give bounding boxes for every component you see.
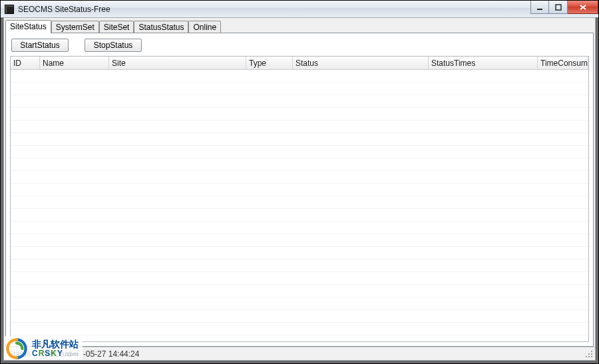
resize-grip[interactable] bbox=[584, 349, 594, 359]
app-icon bbox=[5, 5, 14, 14]
tabstrip: SiteStatus SystemSet SiteSet StatusStatu… bbox=[4, 19, 595, 33]
resize-grip-icon bbox=[584, 349, 594, 359]
col-status-times[interactable]: StatusTimes bbox=[429, 57, 538, 69]
tab-online[interactable]: Online bbox=[188, 21, 221, 33]
maximize-icon bbox=[555, 4, 562, 11]
statusbar: Status NetCard -05-27 14:44:24 bbox=[4, 347, 595, 360]
status-grid[interactable]: ID Name Site Type Status StatusTimes Tim… bbox=[10, 56, 589, 342]
button-label: StopStatus bbox=[94, 41, 133, 50]
svg-rect-5 bbox=[588, 356, 590, 357]
window-controls bbox=[530, 1, 598, 14]
col-site[interactable]: Site bbox=[109, 57, 246, 69]
svg-rect-4 bbox=[591, 356, 592, 357]
maximize-button[interactable] bbox=[549, 1, 568, 14]
tab-statusstatus[interactable]: StatusStatus bbox=[134, 21, 188, 33]
svg-rect-8 bbox=[588, 353, 590, 355]
grid-empty-rows bbox=[11, 70, 588, 341]
close-icon bbox=[579, 4, 587, 11]
statusbar-separator bbox=[77, 349, 78, 359]
tab-label: SystemSet bbox=[56, 23, 95, 32]
grid-body[interactable] bbox=[11, 70, 588, 341]
svg-rect-0 bbox=[537, 9, 542, 10]
tab-siteset[interactable]: SiteSet bbox=[99, 21, 134, 33]
svg-rect-1 bbox=[556, 5, 561, 10]
tab-sitestatus[interactable]: SiteStatus bbox=[5, 20, 51, 33]
toolbar: StartStatus StopStatus bbox=[10, 37, 589, 56]
minimize-button[interactable] bbox=[530, 1, 549, 14]
minimize-icon bbox=[536, 4, 543, 11]
svg-rect-7 bbox=[586, 356, 587, 357]
statusbar-netcard-label: NetCard bbox=[42, 349, 72, 359]
col-status[interactable]: Status bbox=[293, 57, 429, 69]
grid-header: ID Name Site Type Status StatusTimes Tim… bbox=[11, 57, 588, 70]
tab-label: Online bbox=[193, 23, 216, 32]
col-type[interactable]: Type bbox=[246, 57, 293, 69]
tab-label: SiteSet bbox=[104, 23, 130, 32]
start-status-button[interactable]: StartStatus bbox=[11, 39, 69, 52]
stop-status-button[interactable]: StopStatus bbox=[85, 39, 142, 52]
col-id[interactable]: ID bbox=[11, 57, 40, 69]
titlebar: SEOCMS SiteStatus-Free bbox=[1, 1, 598, 18]
close-button[interactable] bbox=[568, 1, 598, 14]
statusbar-datetime: -05-27 14:44:24 bbox=[83, 349, 140, 359]
tab-label: SiteStatus bbox=[10, 22, 47, 31]
col-time-consuming[interactable]: TimeConsuming bbox=[538, 57, 588, 69]
statusbar-status-label: Status bbox=[8, 349, 31, 359]
window-title: SEOCMS SiteStatus-Free bbox=[18, 5, 110, 14]
tab-panel-sitestatus: StartStatus StopStatus ID Name Site Type… bbox=[5, 33, 594, 347]
statusbar-separator bbox=[36, 349, 37, 359]
svg-rect-6 bbox=[591, 353, 592, 355]
tab-systemset[interactable]: SystemSet bbox=[51, 21, 99, 33]
tab-label: StatusStatus bbox=[138, 23, 184, 32]
col-name[interactable]: Name bbox=[40, 57, 109, 69]
svg-rect-9 bbox=[591, 351, 592, 352]
button-label: StartStatus bbox=[20, 41, 59, 50]
client-area: SiteStatus SystemSet SiteSet StatusStatu… bbox=[3, 17, 596, 361]
